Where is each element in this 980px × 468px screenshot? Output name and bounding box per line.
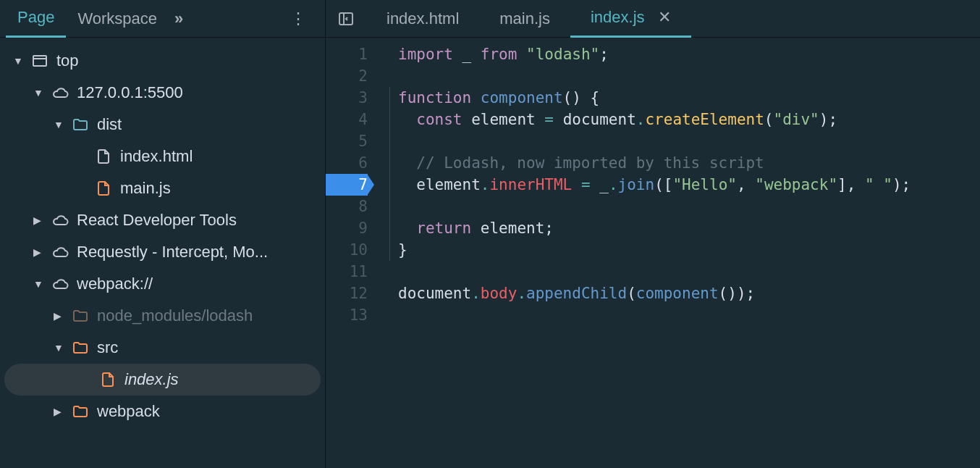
folder-icon — [71, 115, 90, 134]
tree-label: React Developer Tools — [77, 211, 237, 230]
code-line — [398, 65, 980, 87]
file-js-icon — [98, 370, 117, 389]
tree-label: 127.0.0.1:5500 — [77, 83, 183, 102]
chevron-down-icon: ▼ — [33, 278, 45, 290]
editor-tab-main-js[interactable]: main.js — [479, 1, 570, 37]
chevron-down-icon: ▼ — [33, 87, 45, 99]
tree-item-node-modules[interactable]: ▶ node_modules/lodash — [0, 300, 325, 332]
tree-item-dist[interactable]: ▼ dist — [0, 109, 325, 141]
chevron-right-icon: ▶ — [54, 406, 65, 417]
svg-rect-2 — [33, 56, 46, 66]
code-line: } — [398, 239, 980, 261]
breakpoint-line-number[interactable]: 7 — [326, 174, 368, 196]
tree-item-webpack-folder[interactable]: ▶ webpack — [0, 396, 325, 427]
folder-icon — [71, 338, 90, 357]
kebab-menu-icon[interactable]: ⋮ — [277, 9, 319, 28]
tree-label: src — [97, 338, 118, 357]
code-line — [398, 196, 980, 217]
code-line — [398, 130, 980, 152]
tree-item-src[interactable]: ▼ src — [0, 332, 325, 364]
file-js-icon — [94, 179, 113, 198]
cloud-icon — [51, 243, 69, 262]
folder-icon — [71, 306, 90, 325]
tree-label: webpack:// — [77, 275, 153, 293]
code-editor[interactable]: 1 2 3 4 5 6 7 8 9 10 11 12 13 import _ f… — [326, 38, 980, 468]
line-gutter[interactable]: 1 2 3 4 5 6 7 8 9 10 11 12 13 — [326, 43, 378, 468]
line-number[interactable]: 5 — [326, 130, 368, 152]
tree-item-react-devtools[interactable]: ▶ React Developer Tools — [0, 204, 325, 236]
code-line — [398, 261, 980, 283]
top-bar: Page Workspace » ⋮ index.html main.js in… — [0, 0, 980, 38]
chevron-down-icon: ▼ — [13, 55, 25, 67]
tree-item-requestly[interactable]: ▶ Requestly - Intercept, Mo... — [0, 236, 325, 268]
line-number[interactable]: 12 — [326, 283, 368, 304]
tree-item-index-html[interactable]: index.html — [0, 141, 325, 172]
cloud-icon — [51, 83, 69, 102]
indent-guide — [389, 87, 390, 261]
tree-item-host[interactable]: ▼ 127.0.0.1:5500 — [0, 77, 325, 109]
code-line: return element; — [398, 217, 980, 239]
line-number[interactable]: 8 — [326, 196, 368, 217]
tab-workspace[interactable]: Workspace — [66, 1, 169, 37]
tree-label: top — [56, 51, 79, 70]
file-icon — [94, 147, 113, 166]
chevron-down-icon: ▼ — [54, 342, 65, 354]
editor-tab-index-js[interactable]: index.js ✕ — [570, 0, 691, 38]
file-tree: ▼ top ▼ 127.0.0.1:5500 ▼ dist index.html… — [0, 38, 326, 468]
line-number[interactable]: 3 — [326, 87, 368, 109]
window-icon — [30, 51, 49, 70]
toggle-sidebar-icon[interactable] — [326, 10, 366, 28]
tree-label: Requestly - Intercept, Mo... — [77, 243, 268, 262]
code-line: import _ from "lodash"; — [398, 43, 980, 65]
chevron-right-icon: ▶ — [33, 214, 45, 226]
tree-item-main-js[interactable]: main.js — [0, 172, 325, 204]
line-number[interactable]: 4 — [326, 109, 368, 130]
line-number[interactable]: 6 — [326, 152, 368, 174]
tab-page[interactable]: Page — [6, 0, 66, 38]
code-line: const element = document.createElement("… — [398, 109, 980, 130]
cloud-icon — [51, 211, 69, 230]
chevron-down-icon: ▼ — [54, 119, 65, 130]
sources-tabs: Page Workspace » ⋮ — [0, 0, 326, 37]
line-number[interactable]: 13 — [326, 304, 368, 326]
chevron-right-icon: ▶ — [54, 310, 65, 322]
tree-label: index.html — [120, 147, 193, 166]
tree-label: index.js — [124, 370, 179, 389]
editor-tab-index-html[interactable]: index.html — [366, 1, 479, 37]
code-line: document.body.appendChild(component()); — [398, 283, 980, 304]
tree-item-webpack[interactable]: ▼ webpack:// — [0, 268, 325, 300]
line-number[interactable]: 11 — [326, 261, 368, 283]
line-number[interactable]: 1 — [326, 43, 368, 65]
line-number[interactable]: 10 — [326, 239, 368, 261]
folder-icon — [71, 402, 90, 421]
code-line — [398, 304, 980, 326]
line-number[interactable]: 2 — [326, 65, 368, 87]
chevron-right-icon: ▶ — [33, 246, 45, 258]
close-tab-icon[interactable]: ✕ — [658, 8, 671, 26]
tree-item-index-js[interactable]: index.js — [4, 364, 321, 396]
editor-tab-label: index.js — [591, 8, 645, 26]
tree-label: webpack — [97, 402, 160, 421]
cloud-icon — [51, 275, 69, 293]
more-tabs-icon[interactable]: » — [169, 9, 189, 28]
code-line: element.innerHTML = _.join(["Hello", "we… — [398, 174, 980, 196]
tree-label: dist — [97, 115, 122, 134]
code-line: function component() { — [398, 87, 980, 109]
tree-label: node_modules/lodash — [97, 306, 253, 325]
line-number[interactable]: 9 — [326, 217, 368, 239]
tree-item-top[interactable]: ▼ top — [0, 45, 325, 77]
code-content[interactable]: import _ from "lodash"; function compone… — [378, 43, 980, 468]
code-line: // Lodash, now imported by this script — [398, 152, 980, 174]
tree-label: main.js — [120, 179, 171, 198]
editor-tabs: index.html main.js index.js ✕ — [326, 0, 980, 37]
